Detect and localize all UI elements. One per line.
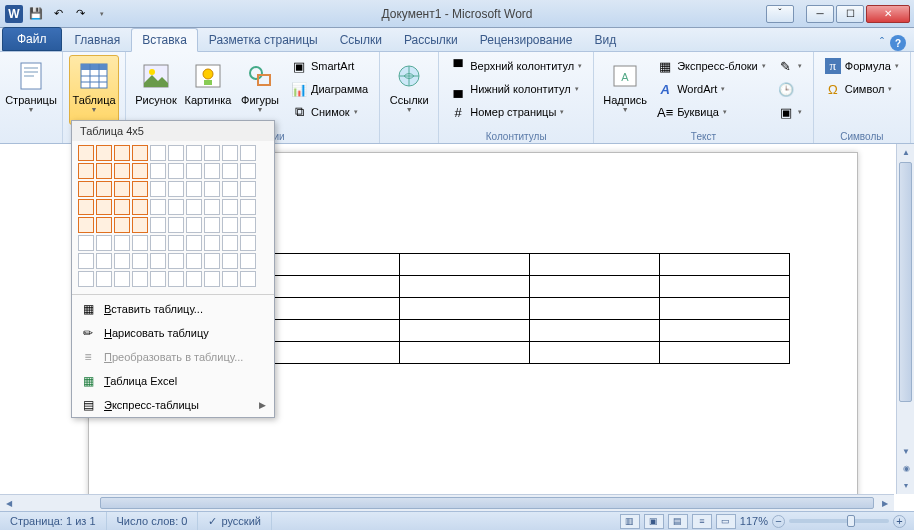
screenshot-button[interactable]: ⧉Снимок ▾ (286, 101, 373, 123)
table-grid-cell[interactable] (150, 217, 166, 233)
chart-button[interactable]: 📊Диаграмма (286, 78, 373, 100)
datetime-button[interactable]: 🕒 (773, 78, 807, 100)
pages-button[interactable]: Страницы ▼ (6, 55, 56, 125)
minimize-button[interactable]: ─ (806, 5, 834, 23)
horizontal-scrollbar[interactable]: ◀ ▶ (0, 494, 894, 511)
table-grid-cell[interactable] (204, 199, 220, 215)
table-grid-cell[interactable] (78, 217, 94, 233)
table-grid-cell[interactable] (114, 217, 130, 233)
table-grid-cell[interactable] (222, 199, 238, 215)
table-grid-cell[interactable] (132, 253, 148, 269)
scroll-down-button[interactable]: ▼ (897, 443, 914, 460)
shapes-button[interactable]: Фигуры ▼ (236, 55, 284, 125)
table-grid-cell[interactable] (96, 163, 112, 179)
scroll-thumb[interactable] (100, 497, 874, 509)
header-button[interactable]: ▀Верхний колонтитул ▾ (445, 55, 587, 77)
table-grid-cell[interactable] (186, 145, 202, 161)
vertical-scrollbar[interactable]: ▲ ▼ ◉ ▾ (896, 144, 914, 494)
table-row[interactable] (270, 254, 790, 276)
table-grid-cell[interactable] (96, 199, 112, 215)
table-grid-cell[interactable] (132, 199, 148, 215)
excel-table-item[interactable]: ▦ Таблица Excel (72, 369, 274, 393)
insert-table-item[interactable]: ▦ Вставить таблицу... (72, 297, 274, 321)
links-button[interactable]: Ссылки ▼ (386, 55, 432, 125)
table-grid-cell[interactable] (78, 199, 94, 215)
tab-view[interactable]: Вид (583, 28, 627, 51)
web-layout-view-button[interactable]: ▤ (668, 514, 688, 529)
scroll-thumb[interactable] (899, 162, 912, 402)
table-grid-cell[interactable] (132, 145, 148, 161)
table-grid-cell[interactable] (240, 163, 256, 179)
table-grid-cell[interactable] (168, 235, 184, 251)
table-grid-cell[interactable] (132, 235, 148, 251)
table-grid-cell[interactable] (150, 199, 166, 215)
table-grid-cell[interactable] (150, 163, 166, 179)
table-grid-cell[interactable] (222, 271, 238, 287)
table-grid-cell[interactable] (240, 271, 256, 287)
table-grid-cell[interactable] (150, 253, 166, 269)
table-grid-cell[interactable] (240, 181, 256, 197)
outline-view-button[interactable]: ≡ (692, 514, 712, 529)
table-grid-cell[interactable] (78, 235, 94, 251)
table-grid-cell[interactable] (168, 217, 184, 233)
tab-insert[interactable]: Вставка (131, 28, 198, 52)
table-grid-cell[interactable] (222, 181, 238, 197)
wordart-button[interactable]: AWordArt ▾ (652, 78, 771, 100)
tab-page-layout[interactable]: Разметка страницы (198, 28, 329, 51)
scroll-left-button[interactable]: ◀ (0, 495, 18, 512)
zoom-slider[interactable] (789, 519, 889, 523)
quick-tables-item[interactable]: ▤ Экспресс-таблицы ▶ (72, 393, 274, 417)
table-grid-cell[interactable] (168, 181, 184, 197)
table-grid-cell[interactable] (186, 235, 202, 251)
table-grid-cell[interactable] (78, 181, 94, 197)
word-app-icon[interactable]: W (4, 4, 24, 24)
table-grid-cell[interactable] (132, 181, 148, 197)
pagenumber-button[interactable]: #Номер страницы ▾ (445, 101, 587, 123)
table-grid-cell[interactable] (78, 271, 94, 287)
footer-button[interactable]: ▄Нижний колонтитул ▾ (445, 78, 587, 100)
table-size-grid[interactable] (72, 141, 274, 292)
status-page[interactable]: Страница: 1 из 1 (0, 512, 107, 530)
table-grid-cell[interactable] (186, 271, 202, 287)
maximize-button[interactable]: ☐ (836, 5, 864, 23)
object-button[interactable]: ▣▾ (773, 101, 807, 123)
symbol-button[interactable]: ΩСимвол ▾ (820, 78, 904, 100)
scroll-up-button[interactable]: ▲ (897, 144, 914, 161)
fullscreen-view-button[interactable]: ▣ (644, 514, 664, 529)
table-grid-cell[interactable] (186, 163, 202, 179)
table-grid-cell[interactable] (204, 253, 220, 269)
zoom-out-button[interactable]: − (772, 515, 785, 528)
table-grid-cell[interactable] (168, 253, 184, 269)
table-grid-cell[interactable] (114, 235, 130, 251)
table-grid-cell[interactable] (168, 163, 184, 179)
table-grid-cell[interactable] (204, 163, 220, 179)
equation-button[interactable]: πФормула ▾ (820, 55, 904, 77)
textbox-button[interactable]: A Надпись ▼ (600, 55, 650, 125)
prev-page-button[interactable]: ◉ (897, 460, 914, 477)
table-grid-cell[interactable] (240, 235, 256, 251)
table-grid-cell[interactable] (114, 199, 130, 215)
table-grid-cell[interactable] (204, 271, 220, 287)
table-grid-cell[interactable] (132, 271, 148, 287)
next-page-button[interactable]: ▾ (897, 477, 914, 494)
tab-mailings[interactable]: Рассылки (393, 28, 469, 51)
table-grid-cell[interactable] (204, 217, 220, 233)
tab-review[interactable]: Рецензирование (469, 28, 584, 51)
table-row[interactable] (270, 276, 790, 298)
zoom-level[interactable]: 117% (740, 515, 768, 527)
table-grid-cell[interactable] (240, 217, 256, 233)
tab-home[interactable]: Главная (64, 28, 132, 51)
table-grid-cell[interactable] (222, 217, 238, 233)
table-grid-cell[interactable] (114, 145, 130, 161)
table-grid-cell[interactable] (150, 235, 166, 251)
table-grid-cell[interactable] (78, 253, 94, 269)
table-grid-cell[interactable] (204, 235, 220, 251)
table-grid-cell[interactable] (96, 217, 112, 233)
table-grid-cell[interactable] (114, 271, 130, 287)
file-tab[interactable]: Файл (2, 27, 62, 51)
table-grid-cell[interactable] (150, 271, 166, 287)
redo-button[interactable]: ↷ (70, 4, 90, 24)
table-grid-cell[interactable] (150, 181, 166, 197)
table-grid-cell[interactable] (114, 181, 130, 197)
table-grid-cell[interactable] (132, 217, 148, 233)
